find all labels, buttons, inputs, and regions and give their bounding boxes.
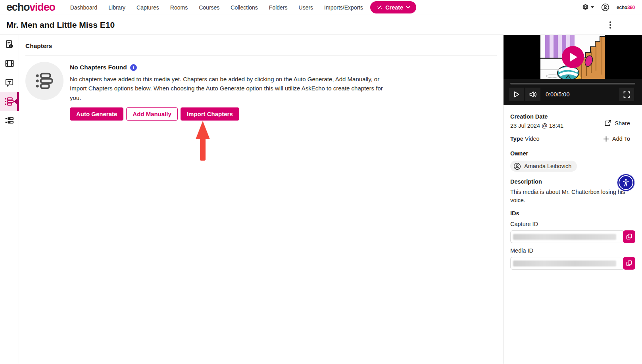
video-thumbnail[interactable]	[540, 35, 605, 79]
logo-echo: echo	[6, 1, 29, 13]
copy-icon	[626, 260, 632, 266]
copy-media-id-button[interactable]	[623, 257, 635, 270]
create-button-label: Create	[385, 4, 403, 11]
fullscreen-button[interactable]	[619, 88, 634, 101]
info-icon[interactable]: i	[130, 64, 137, 71]
import-chapters-button[interactable]: Import Chapters	[181, 107, 239, 121]
volume-icon	[529, 91, 537, 98]
index-list-icon	[5, 117, 14, 125]
media-id-label: Media ID	[510, 247, 635, 254]
mute-button[interactable]	[525, 88, 540, 101]
playback-time: 0:00/5:00	[546, 91, 569, 98]
person-icon	[513, 163, 521, 170]
accessibility-icon	[619, 175, 633, 190]
nav-users[interactable]: Users	[299, 4, 313, 11]
auto-generate-button[interactable]: Auto Generate	[70, 107, 123, 121]
nav-collections[interactable]: Collections	[231, 4, 258, 11]
play-overlay-button[interactable]	[562, 46, 584, 68]
sidebar-item-details[interactable]	[0, 35, 19, 54]
account-icon[interactable]	[601, 3, 609, 11]
nav-imports-exports[interactable]: Imports/Exports	[324, 4, 363, 11]
chevron-down-icon	[406, 6, 410, 9]
chapters-list-icon	[5, 97, 14, 106]
add-to-label: Add To	[612, 136, 630, 142]
transcript-bubble-icon	[5, 79, 13, 87]
owner-name: Amanda Leibovich	[524, 163, 571, 169]
add-to-button[interactable]: Add To	[603, 136, 630, 142]
media-id-field[interactable]	[510, 257, 623, 270]
player-controls: 0:00/5:00	[504, 79, 642, 105]
add-manually-button[interactable]: Add Manually	[126, 107, 178, 121]
chapters-heading: Chapters	[25, 42, 497, 56]
play-button[interactable]	[509, 88, 524, 101]
sidebar-item-media[interactable]	[0, 54, 19, 73]
plus-icon	[603, 136, 609, 142]
chapter-actions: Auto Generate Add Manually Import Chapte…	[70, 107, 385, 121]
creation-date-label: Creation Date	[510, 113, 563, 120]
owner-chip[interactable]: Amanda Leibovich	[510, 161, 577, 172]
main-nav: Dashboard Library Captures Rooms Courses…	[70, 4, 363, 11]
redacted-capture-id	[513, 234, 616, 240]
top-navbar: echovideo Dashboard Library Captures Roo…	[0, 0, 642, 15]
page-title: Mr. Men and Little Miss E10	[6, 20, 115, 30]
share-button[interactable]: Share	[604, 118, 630, 129]
more-options-kebab-icon[interactable]	[608, 20, 613, 30]
echo360-logo: echo360	[617, 5, 635, 10]
share-icon	[604, 120, 611, 127]
main-content: Chapters No Chapters Found i No chapters…	[19, 35, 503, 364]
share-label: Share	[615, 120, 630, 126]
sidebar-item-index[interactable]	[0, 111, 19, 130]
redacted-media-id	[513, 261, 616, 266]
nav-library[interactable]: Library	[108, 4, 125, 11]
video-area	[504, 35, 642, 79]
accessibility-widget-button[interactable]	[617, 174, 635, 192]
magic-wand-icon	[376, 4, 383, 11]
sidebar-item-transcript[interactable]	[0, 73, 19, 92]
nav-captures[interactable]: Captures	[136, 4, 159, 11]
seek-bar[interactable]	[510, 83, 635, 84]
left-icon-rail	[0, 35, 19, 364]
fullscreen-icon	[623, 91, 630, 98]
settings-menu[interactable]	[582, 4, 594, 11]
document-info-icon	[5, 40, 13, 49]
navbar-right-cluster: echo360	[582, 3, 635, 11]
copy-capture-id-button[interactable]	[623, 230, 635, 243]
logo-video: video	[29, 1, 55, 13]
nav-folders[interactable]: Folders	[269, 4, 288, 11]
chapters-list-icon	[35, 73, 54, 89]
no-chapters-title: No Chapters Found	[70, 64, 127, 71]
description-text: This media is about Mr. Chatterbox losin…	[510, 188, 635, 205]
annotation-arrow-up-icon	[195, 121, 210, 161]
ids-label: IDs	[510, 210, 635, 216]
sidebar-item-chapters[interactable]	[0, 92, 19, 111]
echovideo-logo[interactable]: echovideo	[6, 2, 55, 13]
creation-date-value: 23 Jul 2024 @ 18:41	[510, 123, 563, 129]
chapters-avatar	[25, 62, 63, 100]
capture-id-field[interactable]	[510, 230, 623, 243]
copy-icon	[626, 234, 632, 240]
type-label: Type	[510, 136, 523, 142]
nav-rooms[interactable]: Rooms	[170, 4, 188, 11]
no-chapters-description: No chapters have added to this media yet…	[70, 75, 385, 102]
film-icon	[5, 59, 14, 67]
no-chapters-empty-state: No Chapters Found i No chapters have add…	[25, 62, 497, 121]
capture-id-label: Capture ID	[510, 221, 635, 227]
logo360-echo: echo	[617, 5, 627, 10]
description-label: Description	[510, 178, 635, 185]
video-player: 0:00/5:00	[504, 35, 642, 105]
play-icon	[514, 91, 519, 98]
owner-label: Owner	[510, 150, 635, 157]
nav-dashboard[interactable]: Dashboard	[70, 4, 98, 11]
nav-courses[interactable]: Courses	[199, 4, 219, 11]
create-button[interactable]: Create	[370, 1, 416, 13]
logo360-num: 360	[627, 5, 635, 10]
play-icon	[570, 53, 577, 61]
type-value: Video	[525, 136, 540, 142]
gear-icon	[582, 4, 589, 11]
media-details-panel: 0:00/5:00 Creation Date 23 Jul 2024 @ 18…	[503, 35, 642, 364]
settings-caret-icon	[591, 6, 594, 8]
title-bar: Mr. Men and Little Miss E10	[0, 15, 642, 35]
